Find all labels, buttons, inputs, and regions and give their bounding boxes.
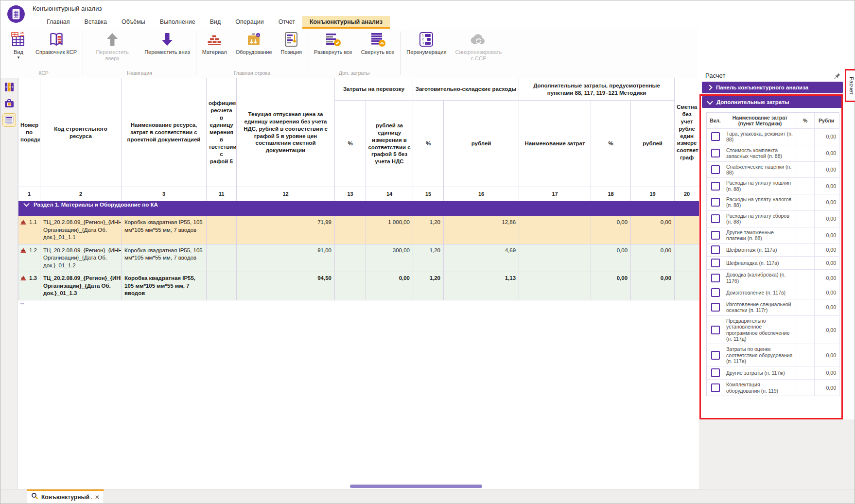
cell-additional-name [519,244,591,272]
estimate-document-icon[interactable] [2,113,16,127]
document-tab[interactable]: Конъюнктурный ... ✕ [27,489,104,503]
ksr-reference-button[interactable]: Справочник КСР [35,31,77,55]
cell-additional-rub: 0,00 [631,272,675,300]
col-header-estimate-price: Сметна без учет рубле един измере соотве… [675,78,699,187]
cell-transport-rub: 0,00 [366,272,413,300]
table-row[interactable]: 1.2 ТЦ_20.2.08.09_{Регион}_{ИНН Организа… [18,244,699,272]
col-header-additional-rub: рублей [631,101,675,187]
tab-otchet[interactable]: Отчет [271,16,302,29]
move-up-button[interactable]: Переместить вверх [89,31,136,62]
col-header-num: Номер по порядку [18,78,40,187]
col-header-additional-pct: % [591,101,631,187]
list-item: Комплектация оборудования (п. 119)0,00 [707,379,839,396]
warning-icon [20,248,26,253]
tab-vypolnenie[interactable]: Выполнение [153,16,203,29]
checkbox[interactable] [711,149,720,157]
cell-warehouse-pct: 1,20 [413,244,444,272]
calculation-side-tab[interactable]: Расчет [845,69,855,102]
cell-current-price: 94,50 [237,272,335,300]
renumber-button[interactable]: 123 Перенумерация [406,31,446,55]
checkbox[interactable] [711,368,720,377]
ribbon-group-label: Навигация [127,69,152,78]
svg-text:1: 1 [422,34,424,37]
table-row[interactable]: 1.1 ТЦ_20.2.08.09_{Регион}_{ИНН Организа… [18,216,699,244]
cell-additional-rub: 0,00 [631,244,675,272]
tab-vid[interactable]: Вид [203,16,228,29]
checkbox[interactable] [711,165,720,174]
list-item: Шефмонтаж (п. 117а)0,00 [707,243,839,256]
col-header-coefficient: оффициент ресчета в единицу мерения в тв… [207,78,237,187]
checkbox[interactable] [711,132,720,141]
table-view-icon [10,31,27,48]
cell-transport-pct [335,272,366,300]
checkbox[interactable] [711,182,720,191]
tab-operacii[interactable]: Операции [228,16,271,29]
checkbox[interactable] [711,259,720,267]
estimate-table: Номер по порядку Код строительного ресур… [18,78,699,300]
tab-konyunkturny-analiz[interactable]: Конъюнктурный анализ [302,16,390,29]
section-row[interactable]: Раздел 1. Материалы и Оборудование по КА [18,201,699,216]
app-logo-icon [7,5,25,23]
pin-icon[interactable] [834,72,841,81]
checkbox[interactable] [711,326,720,334]
chevron-right-icon [707,85,712,90]
panel-title: Расчет [705,72,725,79]
position-icon [283,31,299,48]
cell-coefficient [207,216,237,244]
move-down-button[interactable]: Переместить вниз [144,31,190,55]
cell-current-price: 91,00 [237,244,335,272]
list-item: Затраты по оценке соответствия оборудова… [707,344,839,366]
sync-ssr-button[interactable]: Синхронизировать с ССР [455,31,502,62]
cell-warehouse-pct: 1,20 [413,272,444,300]
expand-all-button[interactable]: Развернуть все [314,31,352,55]
page-title: Конъюнктурный анализ [33,5,102,12]
checkbox[interactable] [711,245,720,254]
ribbon-group-ksr: Вид ▾ Справочник КСР КСР [4,29,83,78]
cell-warehouse-rub: 12,86 [444,216,519,244]
col-group-transport: Затраты на перевозку [335,78,413,101]
view-button[interactable]: Вид ▾ [10,31,27,60]
scrollbar-thumb[interactable] [350,485,482,488]
material-button[interactable]: Материал [202,31,227,55]
checkbox[interactable] [711,351,720,360]
panel-section-konyunktura[interactable]: Панель конъюнктурного анализа [702,82,843,93]
checkbox[interactable] [711,274,720,282]
list-item: Тара, упаковка, реквизит (п. 88)0,00 [707,128,839,145]
cell-current-price: 71,99 [237,216,335,244]
cell-estimate-price [675,244,699,272]
arrow-down-icon [159,31,175,48]
cell-coefficient [207,272,237,300]
table-row[interactable]: 1.3 ТЦ_20.2.08.09_{Регион}_{ИНН Организа… [18,272,699,300]
binders-icon[interactable] [2,80,16,94]
checkbox[interactable] [711,231,720,240]
collapse-all-button[interactable]: Свернуть все [361,31,395,55]
tab-vstavka[interactable]: Вставка [77,16,114,29]
tab-glavnaya[interactable]: Главная [39,16,77,29]
resize-handle-icon[interactable]: ⇔ [19,299,25,307]
checkbox[interactable] [711,214,720,223]
cell-transport-pct [335,216,366,244]
title-bar: Конъюнктурный анализ [0,0,855,16]
checkbox[interactable] [711,303,720,312]
cell-coefficient [207,244,237,272]
ribbon-group-main-row: Материал Оборудование Позиция Главная ст… [196,29,308,78]
warning-icon [20,220,26,225]
ribbon-group-label: Доп. затраты [339,69,370,78]
equipment-button[interactable]: Оборудование [236,31,272,55]
calculation-panel: Расчет Расчет Панель конъюнктурного анал… [699,69,855,504]
checkbox[interactable] [711,383,720,392]
tab-obyomy[interactable]: Объёмы [114,16,153,29]
close-icon[interactable]: ✕ [95,494,100,501]
col-group-additional: Дополнительные затраты, предусмотренные … [519,78,675,101]
briefcase-icon[interactable] [2,97,16,110]
magnifier-icon [31,492,38,502]
cell-code: ТЦ_20.2.08.09_{Регион}_{ИНН Организации}… [40,216,122,244]
checkbox[interactable] [711,288,720,297]
costs-header-row: Вкл. Наименование затрат (пункт Методики… [707,113,839,128]
list-item: Снабженческие наценки (п. 88)0,00 [707,161,839,178]
cell-warehouse-rub: 1,13 [444,272,519,300]
cell-additional-name [519,272,591,300]
checkbox[interactable] [711,198,720,207]
panel-section-additional-costs[interactable]: Дополнительные затраты [702,96,843,108]
position-button[interactable]: Позиция [281,31,302,55]
